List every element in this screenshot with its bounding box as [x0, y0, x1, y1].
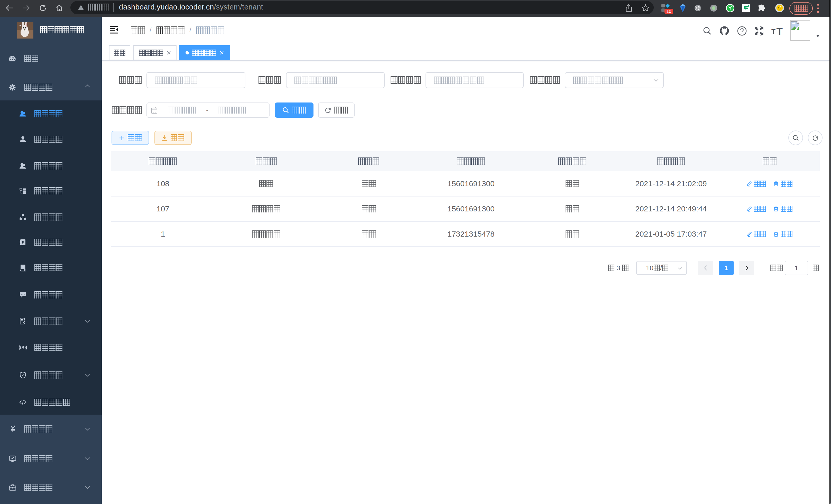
svg-text:10: 10 — [666, 9, 671, 14]
